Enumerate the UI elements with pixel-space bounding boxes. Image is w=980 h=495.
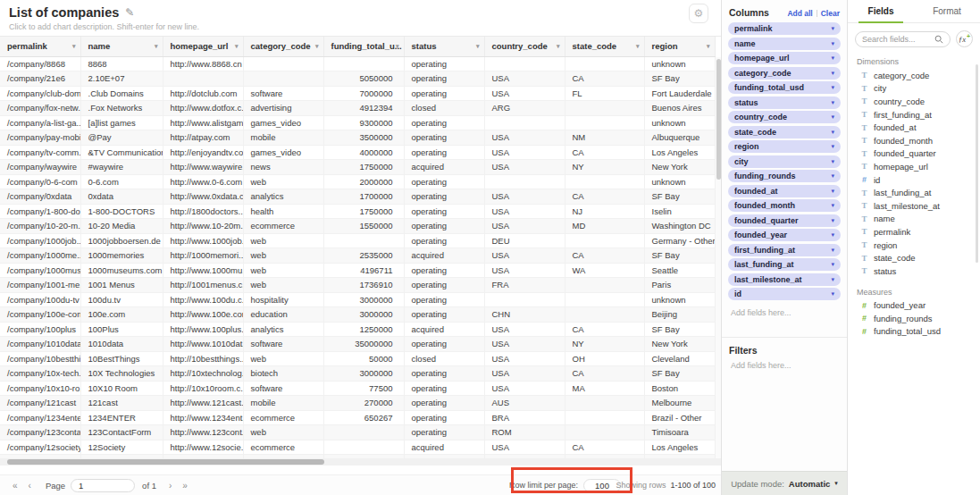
table-row[interactable]: /company/a-list-ga...[a]list gameshttp:/… bbox=[0, 115, 715, 130]
table-cell[interactable]: 650267 bbox=[323, 410, 404, 425]
table-cell[interactable]: web bbox=[243, 233, 323, 248]
table-row[interactable]: /company/0xdata0xdatahttp://www.0xdata.c… bbox=[0, 189, 715, 205]
table-cell[interactable] bbox=[323, 233, 404, 248]
table-row[interactable]: /company/21e62.10E+075050000operatingUSA… bbox=[0, 71, 715, 87]
table-cell[interactable]: /company/10x10-ro... bbox=[0, 381, 80, 396]
table-cell[interactable]: operating bbox=[404, 204, 484, 219]
tab-format[interactable]: Format bbox=[914, 0, 980, 22]
table-cell[interactable]: acquired bbox=[404, 160, 484, 175]
table-cell[interactable]: http://www.123cont... bbox=[163, 425, 243, 440]
dimension-item-id[interactable]: #id bbox=[848, 173, 980, 187]
table-cell[interactable]: 1550000 bbox=[323, 219, 404, 234]
table-cell[interactable]: http://www.0-6.com bbox=[163, 174, 243, 189]
dimension-item-founded_quarter[interactable]: Tfounded_quarter bbox=[848, 147, 980, 161]
chevron-down-icon[interactable]: ▾ bbox=[831, 247, 834, 254]
table-cell[interactable]: http://10x10room.c... bbox=[163, 381, 243, 396]
chevron-down-icon[interactable]: ▾ bbox=[831, 158, 834, 165]
chevron-down-icon[interactable]: ▾ bbox=[831, 55, 834, 62]
dimension-item-country_code[interactable]: Tcountry_code bbox=[848, 95, 980, 108]
table-row[interactable]: /company/0-6-com0-6.comhttp://www.0-6.co… bbox=[0, 174, 715, 189]
table-cell[interactable]: USA bbox=[484, 189, 565, 205]
dimension-item-region[interactable]: Tregion bbox=[848, 239, 980, 252]
table-cell[interactable] bbox=[565, 292, 644, 307]
chevron-down-icon[interactable]: ▾ bbox=[831, 143, 834, 150]
table-cell[interactable]: FL bbox=[565, 86, 644, 101]
table-cell[interactable]: analytics bbox=[243, 189, 323, 205]
table-row[interactable]: /company/10x10-ro...10X10 Roomhttp://10x… bbox=[0, 381, 715, 396]
table-cell[interactable] bbox=[565, 115, 644, 130]
table-cell[interactable]: /company/1001-me... bbox=[0, 278, 80, 293]
table-cell[interactable]: /company/1000job... bbox=[0, 233, 80, 248]
table-cell[interactable]: Albuquerque bbox=[644, 130, 715, 146]
table-cell[interactable]: 7000000 bbox=[323, 86, 404, 101]
table-cell[interactable]: 121cast bbox=[80, 396, 163, 411]
table-cell[interactable]: http://1000memori... bbox=[163, 248, 243, 264]
column-pill-founded_year[interactable]: founded_year▾ bbox=[728, 229, 841, 241]
table-cell[interactable]: CA bbox=[565, 440, 644, 455]
table-cell[interactable] bbox=[243, 71, 323, 87]
column-pill-region[interactable]: region▾ bbox=[728, 140, 841, 153]
table-cell[interactable]: http://www.10-20m... bbox=[163, 219, 243, 234]
chevron-down-icon[interactable]: ▾ bbox=[831, 290, 834, 298]
table-cell[interactable]: /company/121cast bbox=[0, 396, 80, 411]
table-cell[interactable]: 10-20 Media bbox=[80, 219, 163, 234]
table-cell[interactable]: games_video bbox=[243, 145, 323, 160]
table-cell[interactable]: acquired bbox=[404, 322, 484, 337]
table-cell[interactable]: http://www.8868.cn bbox=[163, 56, 243, 71]
chevron-down-icon[interactable]: ▾ bbox=[831, 113, 834, 121]
table-cell[interactable]: USA bbox=[484, 322, 565, 337]
column-header-funding-total-u-[interactable]: funding_total_u...▾ bbox=[323, 37, 404, 56]
table-cell[interactable]: USA bbox=[484, 351, 565, 366]
table-row[interactable]: /company/88688868http://www.8868.cnopera… bbox=[0, 56, 715, 71]
table-cell[interactable]: SF Bay bbox=[644, 71, 715, 87]
table-row[interactable]: /company/club-dom....Club Domainshttp://… bbox=[0, 86, 715, 101]
page-number-input[interactable] bbox=[71, 479, 135, 492]
table-cell[interactable]: CHN bbox=[484, 307, 565, 323]
table-cell[interactable]: http://www.12socie... bbox=[163, 440, 243, 455]
table-cell[interactable]: Fort Lauderdale bbox=[644, 86, 715, 101]
table-cell[interactable]: Washington DC bbox=[644, 219, 715, 234]
add-all-link[interactable]: Add all bbox=[787, 9, 812, 18]
table-cell[interactable]: 0xdata bbox=[80, 189, 163, 205]
table-cell[interactable]: operating bbox=[404, 219, 484, 234]
table-cell[interactable]: 1001 Menus bbox=[80, 278, 163, 293]
table-cell[interactable]: USA bbox=[484, 204, 565, 219]
table-cell[interactable]: operating bbox=[404, 410, 484, 425]
table-cell[interactable]: USA bbox=[484, 366, 565, 382]
table-cell[interactable]: 10BestThings bbox=[80, 351, 163, 366]
table-cell[interactable]: @Pay bbox=[80, 130, 163, 146]
table-cell[interactable]: Buenos Aires bbox=[644, 101, 715, 116]
table-cell[interactable]: ROM bbox=[484, 425, 565, 440]
table-cell[interactable] bbox=[565, 233, 644, 248]
chevron-down-icon[interactable]: ▾ bbox=[396, 43, 399, 50]
table-cell[interactable]: /company/21e6 bbox=[0, 71, 80, 87]
table-cell[interactable]: web bbox=[243, 174, 323, 189]
table-cell[interactable]: 50000 bbox=[323, 351, 404, 366]
last-page-button[interactable]: » bbox=[182, 481, 188, 491]
table-cell[interactable]: operating bbox=[404, 56, 484, 71]
table-cell[interactable]: hospitality bbox=[243, 292, 323, 307]
table-row[interactable]: /company/100e-com100e.comhttp://www.100e… bbox=[0, 307, 715, 323]
table-cell[interactable]: CA bbox=[565, 248, 644, 264]
table-cell[interactable]: unknown bbox=[644, 115, 715, 130]
column-pill-last_milestone_at[interactable]: last_milestone_at▾ bbox=[728, 273, 841, 286]
chevron-down-icon[interactable]: ▾ bbox=[235, 43, 239, 50]
table-cell[interactable]: 2.10E+07 bbox=[80, 71, 163, 87]
table-row[interactable]: /company/100plus100Plushttp://www.100plu… bbox=[0, 322, 715, 337]
table-cell[interactable]: operating bbox=[404, 174, 484, 189]
horizontal-scrollbar[interactable] bbox=[0, 458, 721, 466]
chevron-down-icon[interactable]: ▾ bbox=[636, 43, 640, 50]
dimension-item-first_funding_at[interactable]: Tfirst_funding_at bbox=[848, 108, 980, 122]
table-cell[interactable]: http://www.121cast.... bbox=[163, 396, 243, 411]
table-cell[interactable]: Brazil - Other bbox=[644, 410, 715, 425]
table-cell[interactable]: health bbox=[243, 204, 323, 219]
table-cell[interactable]: operating bbox=[404, 337, 484, 352]
table-cell[interactable] bbox=[565, 425, 644, 440]
search-input[interactable] bbox=[862, 35, 931, 44]
table-cell[interactable]: operating bbox=[404, 145, 484, 160]
table-cell[interactable] bbox=[163, 71, 243, 87]
table-row[interactable]: /company/1000mus...1000museums.comhttp:/… bbox=[0, 263, 715, 278]
table-cell[interactable]: /company/waywire bbox=[0, 160, 80, 175]
table-cell[interactable]: operating bbox=[404, 307, 484, 323]
table-cell[interactable]: /company/a-list-ga... bbox=[0, 115, 80, 130]
